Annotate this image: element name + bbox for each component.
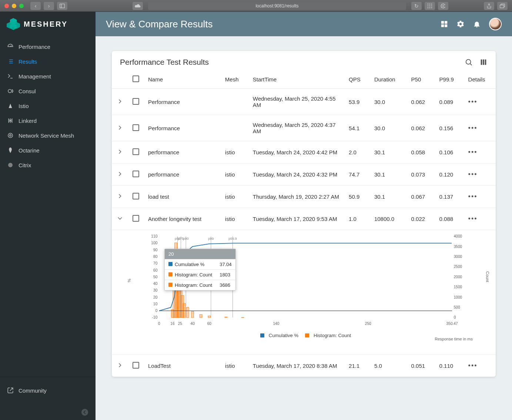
forward-button[interactable]: › [44,2,54,10]
results-table: Name Mesh StartTime QPS Duration P50 P99… [112,70,496,377]
maximize-window-icon[interactable] [19,4,24,8]
gear-icon[interactable] [456,20,465,28]
cell-duration: 30.1 [370,164,407,186]
expand-row-button[interactable] [116,217,124,223]
more-icon[interactable]: ••• [468,215,478,222]
more-icon[interactable]: ••• [468,124,478,132]
svg-point-29 [13,91,13,91]
tooltip-x-value: 20 [165,249,235,259]
col-name[interactable]: Name [144,70,221,89]
cell-details[interactable]: ••• [464,208,496,230]
row-checkbox[interactable] [133,171,139,177]
row-checkbox[interactable] [133,148,139,155]
svg-text:10: 10 [153,302,158,306]
back-button[interactable]: ‹ [30,2,41,10]
more-icon[interactable]: ••• [468,148,478,156]
col-duration[interactable]: Duration [370,70,407,89]
sidebar-item-community[interactable]: Community [0,383,96,398]
minimize-window-icon[interactable] [12,4,16,8]
dashboard-icon[interactable] [440,20,448,28]
cloud-icon[interactable] [133,2,143,10]
nav: PerformanceResultsManagementConsulIstioL… [0,36,96,374]
sidebar-item-network-service-mesh[interactable]: Network Service Mesh [0,128,96,143]
sidebar-item-citrix[interactable]: Citrix [0,158,96,172]
cell-details[interactable]: ••• [464,89,496,115]
expand-row-button[interactable] [116,100,124,106]
col-details[interactable]: Details [464,70,496,89]
more-icon[interactable]: ••• [468,171,478,178]
cell-details[interactable]: ••• [464,141,496,164]
share-button[interactable] [484,2,494,10]
sidebar-item-istio[interactable]: Istio [0,98,96,113]
cell-details[interactable]: ••• [464,186,496,208]
collapse-sidebar-button[interactable] [0,404,96,420]
cell-starttime: Tuesday, March 17, 2020 9:53 AM [248,208,344,230]
grid-apps-button[interactable] [425,2,435,10]
cell-name: LoadTest [144,355,221,377]
cell-p999: 0.106 [435,141,464,164]
avatar[interactable] [489,18,502,30]
cell-mesh: istio [221,141,248,164]
sidebar-item-results[interactable]: Results [0,54,96,69]
sidebar-item-label: Octarine [19,147,40,154]
url-bar[interactable]: localhost:9081/results [148,2,406,10]
svg-rect-46 [481,60,482,65]
table-row: Performance Wednesday, March 25, 2020 4:… [112,115,496,141]
columns-icon[interactable] [479,58,488,66]
select-all-checkbox[interactable] [133,75,139,82]
col-p50[interactable]: P50 [407,70,435,89]
expand-row-button[interactable] [116,150,124,157]
consul-icon [7,87,14,95]
cell-starttime: Wednesday, March 25, 2020 4:37 AM [248,115,344,141]
sidebar-item-management[interactable]: Management [0,69,96,84]
reload-button[interactable]: ↻ [411,2,422,10]
cell-details[interactable]: ••• [464,355,496,377]
svg-text:40: 40 [191,322,195,326]
cell-qps: 1.0 [344,208,370,230]
expand-row-button[interactable] [116,172,124,179]
cell-details[interactable]: ••• [464,164,496,186]
row-checkbox[interactable] [133,362,139,369]
expand-row-button[interactable] [116,126,124,132]
more-icon[interactable]: ••• [468,193,478,200]
expand-row-button[interactable] [116,364,124,370]
cell-p999: 0.156 [435,115,464,141]
svg-point-8 [428,7,429,8]
svg-text:4000: 4000 [454,234,462,238]
tabs-button[interactable] [497,2,508,10]
cell-qps: 50.9 [344,186,370,208]
logo[interactable]: MESHERY [0,12,96,36]
svg-text:500: 500 [454,305,460,309]
x-axis-label: Response time in ms [435,337,473,341]
close-window-icon[interactable] [4,4,9,8]
row-checkbox[interactable] [133,215,139,222]
row-checkbox[interactable] [133,98,139,105]
cell-name: Performance [144,89,221,115]
sidebar-toggle-button[interactable] [57,2,67,10]
more-icon[interactable]: ••• [468,362,478,369]
sidebar-item-linkerd[interactable]: Linkerd [0,113,96,128]
gauge-icon [7,43,14,50]
svg-text:50: 50 [153,275,158,279]
row-checkbox[interactable] [133,193,139,199]
browser-chrome: ‹ › localhost:9081/results ↻ [0,0,512,12]
sidebar-item-consul[interactable]: Consul [0,84,96,98]
sidebar-item-performance[interactable]: Performance [0,39,96,54]
col-p999[interactable]: P99.9 [435,70,464,89]
col-starttime[interactable]: StartTime [248,70,344,89]
col-qps[interactable]: QPS [344,70,370,89]
octarine-icon [7,147,14,154]
search-icon[interactable] [465,58,473,66]
settings-gear-button[interactable] [438,2,448,10]
expand-row-button[interactable] [116,195,124,201]
page-title: View & Compare Results [106,19,213,30]
sidebar-item-octarine[interactable]: Octarine [0,143,96,158]
cell-mesh: istio [221,186,248,208]
bell-icon[interactable] [473,20,481,28]
col-mesh[interactable]: Mesh [221,70,248,89]
row-checkbox[interactable] [133,124,139,131]
y-axis-right-label: Count [485,271,489,282]
cell-details[interactable]: ••• [464,115,496,141]
more-icon[interactable]: ••• [468,98,478,105]
cell-mesh [221,89,248,115]
